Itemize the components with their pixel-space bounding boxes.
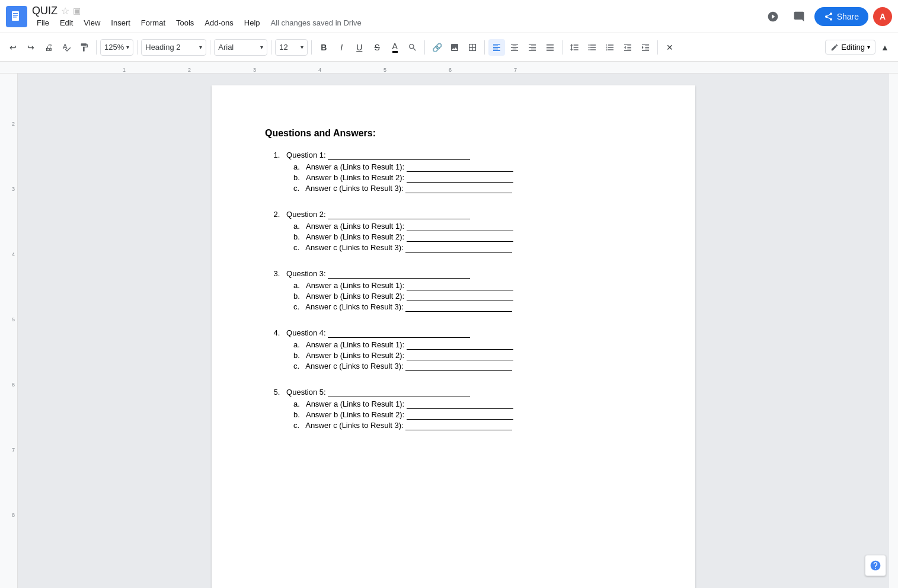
- document-page[interactable]: Questions and Answers: 1. Question 1: a.…: [212, 85, 695, 588]
- question-line-4: 4. Question 4:: [265, 328, 653, 338]
- paint-format-button[interactable]: [76, 39, 92, 56]
- folder-icon[interactable]: ▣: [73, 6, 81, 15]
- separator-4: [271, 40, 271, 55]
- style-selector[interactable]: Heading 2 ▾: [141, 39, 206, 56]
- ruler: 1 2 3 4 5 6 7: [0, 62, 898, 74]
- editing-mode-label: Editing: [841, 43, 865, 52]
- doc-title[interactable]: QUIZ: [32, 5, 57, 17]
- menu-tools[interactable]: Tools: [171, 17, 199, 28]
- line-spacing-button[interactable]: [566, 39, 583, 56]
- document-heading: Questions and Answers:: [265, 128, 653, 139]
- separator-5: [311, 40, 312, 55]
- menu-view[interactable]: View: [79, 17, 105, 28]
- highlight-button[interactable]: [404, 39, 421, 56]
- title-area: QUIZ ☆ ▣ File Edit View Insert Format To…: [32, 5, 366, 28]
- svg-rect-0: [12, 11, 19, 21]
- answer-item-1a: a. Answer a (Links to Result 1):: [293, 162, 653, 172]
- link-button[interactable]: 🔗: [429, 39, 445, 56]
- top-right-controls: Share A: [762, 6, 892, 27]
- align-justify-button[interactable]: [542, 39, 558, 56]
- menu-help[interactable]: Help: [239, 17, 265, 28]
- separator-7: [484, 40, 485, 55]
- app-icon[interactable]: [6, 6, 27, 27]
- question-item-4: 4. Question 4: a. Answer a (Links to Res…: [265, 328, 653, 371]
- explore-button[interactable]: [865, 555, 886, 576]
- page-area: Questions and Answers: 1. Question 1: a.…: [18, 74, 889, 588]
- answer-item-2a: a. Answer a (Links to Result 1):: [293, 222, 653, 231]
- answer-list-3: a. Answer a (Links to Result 1): b. Answ…: [293, 281, 653, 312]
- menu-format[interactable]: Format: [136, 17, 170, 28]
- print-button[interactable]: 🖨: [40, 39, 57, 56]
- answer-item-3c: c. Answer c (Links to Result 3):: [293, 302, 653, 312]
- answer-item-3a: a. Answer a (Links to Result 1):: [293, 281, 653, 290]
- answer-list-4: a. Answer a (Links to Result 1): b. Answ…: [293, 340, 653, 371]
- undo-button[interactable]: ↩: [5, 39, 21, 56]
- separator-8: [562, 40, 563, 55]
- menu-edit[interactable]: Edit: [55, 17, 78, 28]
- collapse-panel-button[interactable]: ▲: [877, 39, 893, 56]
- svg-rect-1: [13, 13, 18, 14]
- bullet-list-button[interactable]: [584, 39, 600, 56]
- bold-button[interactable]: B: [315, 39, 332, 56]
- question-item-2: 2. Question 2: a. Answer a (Links to Res…: [265, 210, 653, 253]
- separator-2: [137, 40, 138, 55]
- question-line-5: 5. Question 5:: [265, 388, 653, 397]
- top-bar: QUIZ ☆ ▣ File Edit View Insert Format To…: [0, 0, 898, 33]
- font-selector[interactable]: Arial ▾: [214, 39, 267, 56]
- menu-addons[interactable]: Add-ons: [200, 17, 238, 28]
- comments-icon[interactable]: [788, 6, 810, 27]
- share-label: Share: [837, 12, 859, 21]
- answer-item-5a: a. Answer a (Links to Result 1):: [293, 400, 653, 409]
- answer-item-5c: c. Answer c (Links to Result 3):: [293, 421, 653, 430]
- separator-6: [424, 40, 425, 55]
- toolbar: ↩ ↪ 🖨 125% ▾ Heading 2 ▾ Arial ▾ 12 ▾ B …: [0, 33, 898, 62]
- answer-item-4b: b. Answer b (Links to Result 2):: [293, 351, 653, 360]
- question-item-5: 5. Question 5: a. Answer a (Links to Res…: [265, 388, 653, 430]
- menu-file[interactable]: File: [32, 17, 54, 28]
- zoom-selector[interactable]: 125% ▾: [100, 39, 133, 56]
- left-sidebar: 2 3 4 5 6 7 8: [0, 74, 18, 588]
- svg-rect-3: [13, 17, 17, 18]
- strikethrough-button[interactable]: S: [369, 39, 385, 56]
- underline-button[interactable]: U: [351, 39, 367, 56]
- question-line-1: 1. Question 1:: [265, 151, 653, 160]
- font-size-selector[interactable]: 12 ▾: [275, 39, 308, 56]
- answer-item-1c: c. Answer c (Links to Result 3):: [293, 184, 653, 193]
- menu-bar: File Edit View Insert Format Tools Add-o…: [32, 17, 366, 28]
- menu-insert[interactable]: Insert: [106, 17, 135, 28]
- italic-button[interactable]: I: [333, 39, 350, 56]
- align-right-button[interactable]: [524, 39, 541, 56]
- last-edit-icon[interactable]: [762, 6, 784, 27]
- answer-list-1: a. Answer a (Links to Result 1): b. Answ…: [293, 162, 653, 193]
- star-icon[interactable]: ☆: [61, 5, 69, 17]
- answer-item-1b: b. Answer b (Links to Result 2):: [293, 173, 653, 183]
- editing-mode-selector[interactable]: Editing ▾: [825, 40, 875, 55]
- right-sidebar: [889, 74, 898, 588]
- question-item-1: 1. Question 1: a. Answer a (Links to Res…: [265, 151, 653, 193]
- saved-status: All changes saved in Drive: [266, 17, 366, 28]
- answer-item-2b: b. Answer b (Links to Result 2):: [293, 232, 653, 242]
- share-button[interactable]: Share: [814, 7, 868, 26]
- increase-indent-button[interactable]: [637, 39, 654, 56]
- image-button[interactable]: [446, 39, 463, 56]
- answer-list-2: a. Answer a (Links to Result 1): b. Answ…: [293, 222, 653, 253]
- spellcheck-button[interactable]: [58, 39, 75, 56]
- clear-format-button[interactable]: ✕: [661, 39, 678, 56]
- decrease-indent-button[interactable]: [619, 39, 636, 56]
- align-center-button[interactable]: [506, 39, 523, 56]
- question-line-3: 3. Question 3:: [265, 269, 653, 279]
- numbered-list-button[interactable]: [602, 39, 618, 56]
- separator-1: [96, 40, 97, 55]
- answer-item-4a: a. Answer a (Links to Result 1):: [293, 340, 653, 350]
- avatar[interactable]: A: [873, 7, 892, 26]
- answer-item-3b: b. Answer b (Links to Result 2):: [293, 292, 653, 301]
- separator-3: [210, 40, 210, 55]
- table-button[interactable]: [464, 39, 481, 56]
- redo-button[interactable]: ↪: [23, 39, 39, 56]
- answer-item-4c: c. Answer c (Links to Result 3):: [293, 362, 653, 371]
- question-item-3: 3. Question 3: a. Answer a (Links to Res…: [265, 269, 653, 312]
- answer-item-5b: b. Answer b (Links to Result 2):: [293, 410, 653, 420]
- svg-rect-2: [13, 15, 18, 16]
- align-left-button[interactable]: [488, 39, 505, 56]
- text-color-button[interactable]: A: [386, 39, 403, 56]
